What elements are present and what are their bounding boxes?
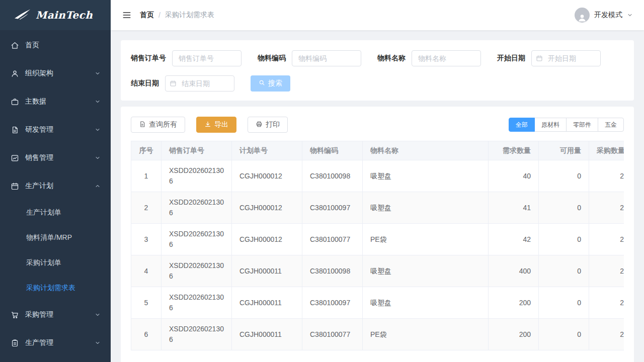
column-header: 计划单号 — [232, 141, 302, 160]
sidebar-item-label: 首页 — [25, 41, 101, 50]
calendar-icon — [10, 182, 19, 191]
table-row[interactable]: 1XSDD2026021306CGJH000012C380100098吸塑盘40… — [131, 160, 624, 192]
table-cell: 400 — [489, 255, 539, 287]
table-cell: CGJH000012 — [232, 192, 302, 224]
table-row[interactable]: 3XSDD2026021306CGJH000012C380100077PE袋42… — [131, 224, 624, 255]
logo: MainTech — [0, 0, 111, 30]
table-cell: CGJH000012 — [232, 224, 302, 255]
tab-raw-materials[interactable]: 原材料 — [534, 118, 567, 132]
sales-order-input[interactable] — [172, 50, 242, 66]
table-row[interactable]: 6XSDD2026021306CGJH000011C380100077PE袋20… — [131, 319, 624, 350]
tab-parts[interactable]: 零部件 — [566, 118, 598, 132]
search-button[interactable]: 搜索 — [251, 75, 290, 92]
demand-table: 序号销售订单号计划单号物料编码物料名称需求数量可用量采购数量 1XSDD2026… — [131, 141, 624, 350]
table-cell: 41 — [489, 192, 539, 224]
material-name-input[interactable] — [412, 50, 481, 66]
logo-swoosh-icon — [14, 9, 31, 22]
table-cell: 吸塑盘 — [363, 287, 489, 319]
clipboard-icon — [10, 338, 19, 347]
sidebar-item-label: 组织架构 — [25, 69, 89, 78]
table-body: 1XSDD2026021306CGJH000012C380100098吸塑盘40… — [131, 160, 624, 350]
filter-field-material-code: 物料编码 — [258, 50, 361, 66]
breadcrumb-separator: / — [158, 11, 160, 19]
app-root: MainTech 首页 组织架构 主数据 — [0, 0, 644, 362]
user-mode-label: 开发模式 — [594, 11, 622, 20]
avatar — [575, 8, 590, 23]
sidebar-item-organization[interactable]: 组织架构 — [0, 59, 111, 87]
table-cell: 42 — [489, 224, 539, 255]
sidebar-item-production-plan[interactable]: 生产计划 — [0, 172, 111, 200]
sidebar-item-label: 生产管理 — [25, 338, 89, 347]
column-header: 可用量 — [539, 141, 589, 160]
download-icon — [204, 121, 211, 129]
end-date-input[interactable] — [165, 75, 234, 92]
table-cell: 5 — [131, 287, 162, 319]
table-cell: 2 — [589, 224, 624, 255]
logo-text: MainTech — [36, 9, 93, 21]
sidebar-item-label: 生产计划 — [25, 182, 89, 191]
table-row[interactable]: 2XSDD2026021306CGJH000012C380100097吸塑盘41… — [131, 192, 624, 224]
table-cell: CGJH000012 — [232, 160, 302, 192]
main-area: 首页 / 采购计划需求表 开发模式 销售订单号 — [111, 0, 644, 362]
table-cell: 2 — [589, 255, 624, 287]
table-cell: XSDD2026021306 — [162, 287, 232, 319]
filter-field-end-date: 结束日期 — [131, 75, 234, 92]
sidebar-subitem-purchase-plan-order[interactable]: 采购计划单 — [0, 250, 111, 276]
print-label: 打印 — [266, 120, 280, 129]
table-cell: CGJH000011 — [232, 287, 302, 319]
table-cell: XSDD2026021306 — [162, 255, 232, 287]
query-all-label: 查询所有 — [149, 120, 177, 129]
sidebar-subitem-purchase-plan-demand[interactable]: 采购计划需求表 — [0, 276, 111, 301]
table-wrap: 序号销售订单号计划单号物料编码物料名称需求数量可用量采购数量 1XSDD2026… — [131, 141, 624, 350]
print-button[interactable]: 打印 — [248, 117, 288, 133]
chevron-down-icon — [627, 12, 633, 18]
column-header: 物料编码 — [302, 141, 363, 160]
table-cell: 200 — [489, 319, 539, 350]
table-row[interactable]: 5XSDD2026021306CGJH000011C380100097吸塑盘20… — [131, 287, 624, 319]
table-cell: 2 — [589, 319, 624, 350]
table-cell: 吸塑盘 — [363, 192, 489, 224]
printer-icon — [256, 121, 263, 129]
chevron-down-icon — [95, 99, 101, 105]
filter-row-2: 结束日期 搜索 — [131, 75, 624, 92]
table-cell: XSDD2026021306 — [162, 160, 232, 192]
chevron-down-icon — [95, 312, 101, 318]
table-row[interactable]: 4XSDD2026021306CGJH000011C380100098吸塑盘40… — [131, 255, 624, 287]
cart-icon — [10, 310, 19, 319]
table-cell: 0 — [539, 319, 589, 350]
table-cell: XSDD2026021306 — [162, 192, 232, 224]
query-all-button[interactable]: 查询所有 — [131, 117, 185, 133]
table-header-row: 序号销售订单号计划单号物料编码物料名称需求数量可用量采购数量 — [131, 141, 624, 160]
table-cell: PE袋 — [363, 224, 489, 255]
sidebar-item-sales[interactable]: 销售管理 — [0, 144, 111, 172]
column-header: 需求数量 — [489, 141, 539, 160]
table-cell: C380100077 — [302, 224, 363, 255]
table-cell: 0 — [539, 160, 589, 192]
table-cell: 2 — [131, 192, 162, 224]
tab-hardware[interactable]: 五金 — [598, 118, 624, 132]
sidebar-item-production-mgmt[interactable]: 生产管理 — [0, 329, 111, 357]
table-cell: 4 — [131, 255, 162, 287]
filter-label: 销售订单号 — [131, 54, 166, 63]
tab-all[interactable]: 全部 — [509, 118, 535, 132]
menu-toggle-icon[interactable] — [122, 10, 132, 20]
sidebar-subitem-production-plan-order[interactable]: 生产计划单 — [0, 200, 111, 225]
chevron-up-icon — [95, 183, 101, 189]
page-content: 销售订单号 物料编码 物料名称 开始日期 — [111, 30, 644, 362]
category-filter-group: 全部 原材料 零部件 五金 — [509, 118, 624, 132]
search-icon — [259, 79, 265, 87]
sidebar-item-label: 研发管理 — [25, 125, 89, 134]
export-button[interactable]: 导出 — [196, 117, 236, 133]
breadcrumb-home[interactable]: 首页 — [140, 11, 154, 20]
sidebar-item-rnd[interactable]: 研发管理 — [0, 116, 111, 144]
sidebar-item-purchasing[interactable]: 采购管理 — [0, 301, 111, 329]
material-code-input[interactable] — [292, 50, 361, 66]
table-cell: 6 — [131, 319, 162, 350]
table-toolbar: 查询所有 导出 打印 全部 — [131, 117, 624, 133]
user-menu[interactable]: 开发模式 — [575, 8, 633, 23]
sidebar-subitem-bom-mrp[interactable]: 物料清单/MRP — [0, 225, 111, 250]
start-date-input[interactable] — [531, 50, 601, 66]
table-cell: XSDD2026021306 — [162, 224, 232, 255]
sidebar-item-home[interactable]: 首页 — [0, 31, 111, 59]
sidebar-item-master-data[interactable]: 主数据 — [0, 87, 111, 116]
